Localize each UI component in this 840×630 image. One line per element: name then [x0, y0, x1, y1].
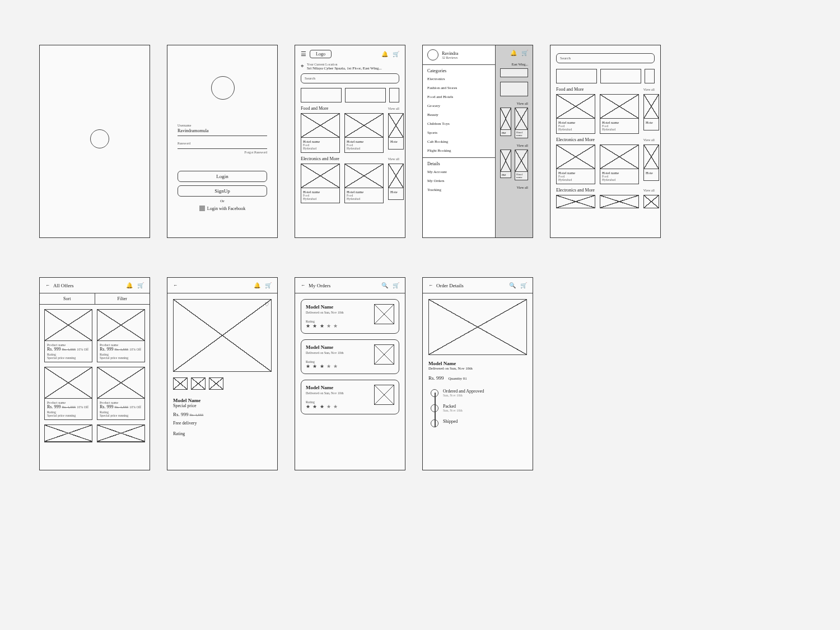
menu-item[interactable]: Cab Booking	[427, 137, 491, 146]
promo-tile[interactable]	[556, 69, 597, 83]
menu-item[interactable]: Children Toys	[427, 119, 491, 128]
promo-tile[interactable]	[345, 88, 386, 102]
item-card[interactable]: Hotel nameFoodHyderabad	[301, 113, 340, 153]
menu-icon[interactable]: ☰	[301, 50, 306, 58]
view-all-link[interactable]: View all	[643, 138, 655, 142]
menu-item[interactable]: Flight Booking	[427, 146, 491, 155]
item-card[interactable]: Hotel nameFoodHyderabad	[556, 144, 595, 184]
section-title: Electronics and More	[556, 137, 595, 142]
product-title: Model Name	[428, 361, 527, 366]
thumbnail[interactable]	[173, 377, 188, 390]
offer-card[interactable]	[97, 424, 145, 442]
item-card[interactable]: Hotel nameFoodHyderabad	[556, 195, 595, 208]
thumbnail[interactable]	[191, 377, 206, 390]
item-card[interactable]: Hotel nameFoodHyderabad	[600, 94, 639, 134]
search-input[interactable]: Search	[556, 53, 655, 63]
home-frame: ☰ Logo 🔔 🛒 ⌖ Your Current Location Sri N…	[295, 45, 405, 238]
rating-label: Rating	[173, 431, 272, 436]
search-icon[interactable]: 🔍	[381, 282, 388, 288]
section-title: Electronics and More	[556, 188, 595, 193]
login-frame: Username Ravindramomula Password Forgot …	[167, 45, 278, 238]
cart-icon[interactable]: 🛒	[520, 282, 527, 288]
delivered-label: Delivered on Sun, Nov 10th	[428, 366, 527, 371]
menu-item[interactable]: My Account	[427, 167, 491, 176]
order-card[interactable]: Model Name Delivered on Sun, Nov 10th Ra…	[301, 299, 399, 334]
item-card[interactable]: Hote	[388, 164, 404, 203]
item-card[interactable]: Hotel nameFoodHyderabad	[600, 144, 639, 184]
menu-item[interactable]: Food and Hotels	[427, 92, 491, 101]
pin-icon: ⌖	[301, 63, 304, 71]
promo-tile[interactable]	[645, 69, 655, 83]
drawer-menu: Ravindra 32 Reviews Categories Electroni…	[423, 45, 496, 237]
item-card[interactable]: Hote	[388, 113, 404, 153]
or-label: Or	[178, 199, 267, 203]
back-icon[interactable]: ←	[45, 283, 50, 288]
promo-tile[interactable]	[301, 88, 342, 102]
search-icon[interactable]: 🔍	[509, 282, 516, 288]
avatar-circle[interactable]	[427, 49, 438, 60]
item-card[interactable]: Hotel nameFoodHyderabad	[344, 164, 384, 203]
user-name: Ravindra	[442, 51, 458, 56]
back-icon[interactable]: ←	[428, 283, 433, 288]
menu-item[interactable]: Sports	[427, 128, 491, 137]
item-card[interactable]: Hote	[643, 94, 659, 134]
page-title: Order Details	[436, 283, 464, 288]
offer-card[interactable]: Product name Rs. 999 Rs. 1,555 10% Off R…	[44, 309, 92, 362]
location-value[interactable]: Sri Nilaya Cyber Spazia, 1st Floor, East…	[307, 66, 382, 71]
login-button[interactable]: Login	[178, 171, 267, 182]
cart-icon[interactable]: 🛒	[137, 282, 144, 288]
cart-icon[interactable]: 🛒	[265, 282, 272, 288]
menu-item[interactable]: Electronics	[427, 74, 491, 83]
cart-icon[interactable]: 🛒	[393, 282, 399, 288]
heart-icon[interactable]: ♡	[264, 301, 269, 307]
avatar-circle	[211, 76, 235, 100]
sort-button[interactable]: Sort	[40, 293, 95, 304]
search-input[interactable]: Search	[301, 73, 399, 83]
back-icon[interactable]: ←	[173, 283, 178, 288]
order-card[interactable]: Model Name Delivered on Sun, Nov 10th Ra…	[301, 339, 399, 374]
bell-icon[interactable]: 🔔	[126, 282, 133, 288]
offer-card[interactable]: Product name Rs. 999 Rs. 1,555 10% Off R…	[44, 367, 92, 420]
cart-icon[interactable]: 🛒	[393, 51, 399, 57]
order-card[interactable]: Model Name Delivered on Sun, Nov 10th Ra…	[301, 380, 399, 414]
timeline-step: Shipped	[431, 419, 527, 427]
thumbnail[interactable]	[209, 377, 223, 390]
filter-button[interactable]: Filter	[95, 293, 150, 304]
menu-item[interactable]: My Orders	[427, 176, 491, 185]
bell-icon[interactable]: 🔔	[254, 282, 260, 288]
view-all-link[interactable]: View all	[388, 107, 399, 110]
menu-item[interactable]: Fashion and Stores	[427, 83, 491, 92]
offer-card[interactable]: Product name Rs. 999 Rs. 1,555 10% Off R…	[97, 309, 145, 362]
item-card[interactable]: Hotel nameFoodHyderabad	[600, 195, 639, 208]
product-title: Model Name	[173, 398, 272, 403]
password-input[interactable]	[178, 145, 267, 149]
section-title: Food and More	[556, 87, 584, 92]
logo-circle	[90, 129, 109, 148]
item-card[interactable]: Hotel nameFoodHyderabad	[344, 113, 384, 153]
signup-button[interactable]: SignUp	[178, 185, 267, 197]
item-card[interactable]: Hotel nameFoodHyderabad	[301, 164, 340, 203]
bell-icon: 🔔	[510, 50, 517, 56]
home-simple-frame: Search Food and More View all Hotel name…	[550, 45, 661, 238]
menu-item[interactable]: Grocery	[427, 101, 491, 110]
menu-item[interactable]: Tracking	[427, 185, 491, 194]
promo-tile[interactable]	[600, 69, 641, 83]
back-icon[interactable]: ←	[301, 283, 305, 288]
menu-item[interactable]: Beauty	[427, 110, 491, 119]
bell-icon[interactable]: 🔔	[381, 51, 388, 57]
offer-card[interactable]	[44, 424, 92, 442]
view-all-link[interactable]: View all	[388, 157, 399, 161]
offer-card[interactable]: Product name Rs. 999 Rs. 1,555 10% Off R…	[97, 367, 145, 420]
promo-tile[interactable]	[389, 88, 399, 102]
username-input[interactable]: Ravindramomula	[178, 127, 267, 136]
product-detail-frame: ← 🔔 🛒 ♡ Model Name Special price Rs. 999…	[167, 277, 278, 470]
item-card[interactable]: Hotel nameFoodHyderabad	[556, 94, 595, 134]
item-card[interactable]: Hote	[643, 144, 659, 184]
view-all-link[interactable]: View all	[643, 88, 655, 91]
order-detail-frame: ← Order Details 🔍 🛒 Model Name Delivered…	[422, 277, 533, 470]
facebook-login-button[interactable]: Login with Facebook	[178, 206, 267, 211]
view-all-link[interactable]: View all	[643, 189, 655, 192]
categories-heading: Categories	[423, 65, 495, 74]
item-card[interactable]: Hote	[643, 195, 659, 208]
product-subtitle: Special price	[173, 403, 272, 408]
